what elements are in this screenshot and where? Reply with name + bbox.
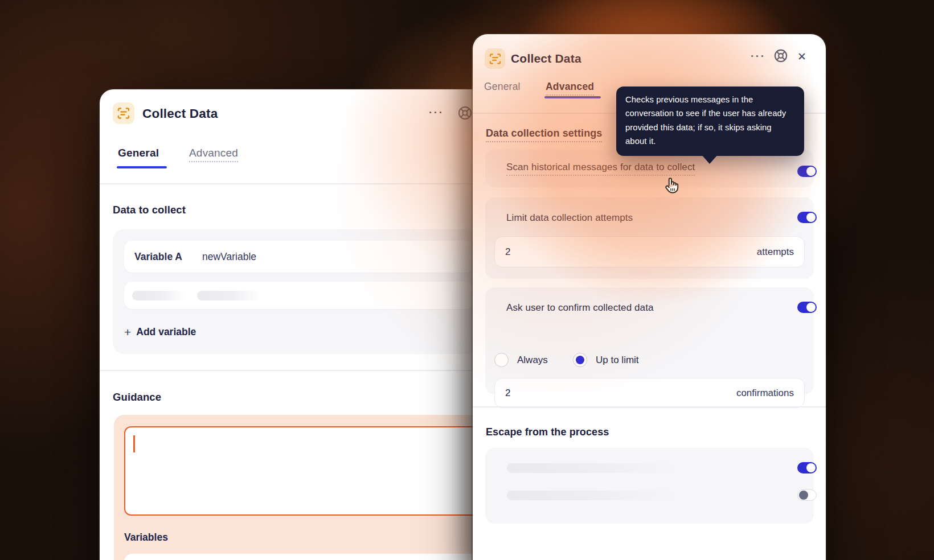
data-to-collect-card: Variable A newVariable + Add variable xyxy=(113,229,483,354)
section-divider xyxy=(100,370,493,371)
tab-general[interactable]: General xyxy=(484,81,521,93)
radio-always-label[interactable]: Always xyxy=(517,355,548,366)
variable-row[interactable]: Variable A newVariable xyxy=(124,241,474,273)
confirmations-unit: confirmations xyxy=(736,388,794,399)
more-options-button[interactable]: ··· xyxy=(751,50,765,63)
scan-historical-toggle[interactable] xyxy=(797,166,817,177)
data-collection-settings-heading: Data collection settings xyxy=(486,127,602,142)
skeleton-pill xyxy=(507,491,675,500)
more-options-button[interactable]: ··· xyxy=(429,106,444,119)
add-variable-label: Add variable xyxy=(136,326,196,338)
skeleton-pill xyxy=(507,463,678,473)
text-cursor xyxy=(133,435,135,452)
confirmations-value: 2 xyxy=(505,388,510,399)
confirm-data-card: Ask user to confirm collected data Alway… xyxy=(485,287,814,394)
confirm-data-toggle[interactable] xyxy=(797,302,817,313)
toggle-knob xyxy=(799,491,808,500)
collect-data-dialog-back: Collect Data ··· General Advanced Data t… xyxy=(100,89,493,560)
skeleton-pill xyxy=(197,291,261,300)
attempts-input[interactable]: 2 attempts xyxy=(494,236,805,267)
collect-data-icon xyxy=(113,102,134,124)
escape-row2-toggle[interactable] xyxy=(797,489,817,501)
escape-row1-toggle[interactable] xyxy=(797,462,817,473)
tab-advanced[interactable]: Advanced xyxy=(546,81,594,96)
limit-attempts-card: Limit data collection attempts 2 attempt… xyxy=(485,197,814,279)
toggle-knob xyxy=(806,463,816,472)
tab-advanced[interactable]: Advanced xyxy=(189,147,238,162)
escape-card xyxy=(485,448,814,524)
variables-row[interactable] xyxy=(124,554,481,560)
active-tab-underline xyxy=(544,96,601,98)
add-variable-button[interactable]: + Add variable xyxy=(124,320,196,343)
toggle-knob xyxy=(806,213,816,222)
toggle-knob xyxy=(806,167,816,176)
hand-cursor-icon xyxy=(662,175,681,197)
limit-attempts-toggle[interactable] xyxy=(797,212,817,223)
confirm-data-label: Ask user to confirm collected data xyxy=(506,302,654,314)
tooltip-line: conversation to see if the user has alre… xyxy=(625,106,795,120)
attempts-unit: attempts xyxy=(757,246,794,258)
toggle-knob xyxy=(806,303,816,312)
tooltip-line: Checks previous messages in the xyxy=(625,93,795,106)
attempts-value: 2 xyxy=(505,246,510,258)
data-to-collect-heading: Data to collect xyxy=(113,204,186,216)
help-buoy-icon[interactable] xyxy=(457,105,473,123)
guidance-section-highlight: Variables xyxy=(114,415,490,560)
plus-icon: + xyxy=(124,326,131,338)
section-divider xyxy=(473,406,826,407)
radio-up-to-limit[interactable] xyxy=(573,353,587,367)
scan-historical-tooltip: Checks previous messages in the conversa… xyxy=(616,87,804,156)
guidance-textarea[interactable] xyxy=(124,426,481,516)
dialog-title: Collect Data xyxy=(511,52,581,65)
radio-up-to-limit-label[interactable]: Up to limit xyxy=(596,355,639,366)
tooltip-line: provided this data; if so, it skips aski… xyxy=(625,121,795,134)
variables-heading: Variables xyxy=(124,532,168,543)
help-buoy-icon[interactable] xyxy=(773,48,788,65)
escape-heading: Escape from the process xyxy=(486,426,609,438)
tooltip-arrow xyxy=(702,155,718,164)
variable-row-placeholder[interactable] xyxy=(124,282,474,309)
skeleton-pill xyxy=(132,291,186,300)
limit-attempts-label: Limit data collection attempts xyxy=(506,212,633,224)
tab-general[interactable]: General xyxy=(118,147,159,159)
header-divider xyxy=(100,183,493,184)
active-tab-underline xyxy=(117,166,167,168)
tooltip-line: about it. xyxy=(625,134,795,148)
variable-value: newVariable xyxy=(202,251,256,263)
variable-name: Variable A xyxy=(134,251,182,263)
screenshot-stage: Collect Data ··· General Advanced Data t… xyxy=(0,0,934,560)
collect-data-icon xyxy=(485,48,505,69)
scan-historical-label[interactable]: Scan historical messages for data to col… xyxy=(506,162,695,176)
close-button[interactable]: ✕ xyxy=(797,50,806,63)
dialog-title: Collect Data xyxy=(142,106,218,121)
radio-always[interactable] xyxy=(494,353,509,367)
confirmations-input[interactable]: 2 confirmations xyxy=(494,378,805,408)
guidance-heading: Guidance xyxy=(113,391,161,403)
